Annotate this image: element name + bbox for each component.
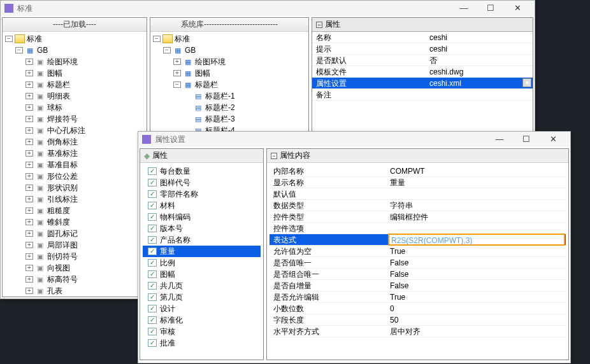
item-icon: ▣	[35, 183, 45, 192]
tree-item[interactable]: +▣粗糙度	[4, 205, 145, 216]
tree-item[interactable]: +▣图幅	[4, 67, 145, 79]
tree-item[interactable]: +▣形位公差	[4, 171, 145, 182]
item-icon: ▣	[35, 115, 45, 123]
dropdown-icon[interactable]: ▾	[522, 78, 531, 87]
prop-row: 默认值	[270, 188, 566, 200]
check-icon: ✓	[148, 167, 157, 175]
attr-item[interactable]: ✓重量	[143, 246, 261, 257]
prop-row: 是否默认否	[312, 55, 533, 66]
attr-item[interactable]: ✓材料	[143, 200, 261, 211]
tree-item[interactable]: −▦标题栏	[152, 79, 307, 90]
maximize-button[interactable]: ☐	[477, 1, 504, 15]
check-icon: ✓	[148, 202, 157, 209]
tree-item[interactable]: +▣形状识别	[4, 182, 145, 193]
attr-item[interactable]: ✓批准	[143, 337, 261, 349]
attr-item[interactable]: ✓图幅	[143, 269, 261, 280]
attr-item[interactable]: ✓每台数量	[143, 165, 261, 177]
prop-row: 小数位数0	[270, 303, 566, 314]
item-icon: ▣	[35, 263, 45, 272]
item-icon: ▣	[35, 126, 45, 135]
prop-row: 允许值为空True	[270, 246, 566, 257]
tree-root[interactable]: −标准	[4, 33, 145, 45]
tree-gb[interactable]: −▦GB	[152, 45, 307, 56]
page-icon: ▤	[193, 115, 203, 123]
attr-item[interactable]: ✓第几页	[143, 291, 261, 303]
attr-list[interactable]: ✓每台数量✓图样代号✓零部件名称✓材料✓物料编码✓版本号✓产品名称✓重量✓比例✓…	[140, 163, 263, 361]
titlebar[interactable]: 标准 — ☐ ✕	[1, 1, 535, 16]
tree-item[interactable]: +▣基准目标	[4, 159, 145, 171]
tree-item[interactable]: +▣中心孔标注	[4, 125, 145, 136]
attr-item[interactable]: ✓版本号	[143, 223, 261, 234]
grid-icon: ▦	[183, 80, 193, 89]
loaded-panel: ----已加载---- −标准 −▦GB +▣绘图环境+▣图幅+▣标题栏+▣明细…	[2, 17, 147, 297]
tree-item[interactable]: +▣标高符号	[4, 274, 145, 285]
check-icon: ✓	[148, 293, 157, 301]
tree-item[interactable]: ▤标题栏-3	[152, 113, 307, 125]
prop-row: 是否允许编辑True	[270, 291, 566, 303]
attr-item[interactable]: ✓共几页	[143, 280, 261, 291]
tree-item[interactable]: +▦绘图环境	[152, 56, 307, 67]
minimize-button[interactable]: —	[450, 1, 477, 15]
close-button[interactable]: ✕	[504, 1, 531, 15]
item-icon: ▣	[35, 172, 45, 181]
tree-root[interactable]: −标准	[152, 33, 307, 45]
item-icon: ▣	[35, 69, 45, 78]
tree-item[interactable]: +▣倒角标注	[4, 136, 145, 148]
tree-item[interactable]: +▣明细表	[4, 90, 145, 102]
tree-item[interactable]: +▣向视图	[4, 262, 145, 274]
tree-item[interactable]: +▣绘图环境	[4, 56, 145, 67]
item-icon: ▣	[35, 137, 45, 146]
tree-item[interactable]: +▣焊接符号	[4, 113, 145, 125]
tree-item[interactable]: +▣基准标注	[4, 148, 145, 159]
prop-row: 名称ceshi	[312, 32, 533, 43]
loaded-tree[interactable]: −标准 −▦GB +▣绘图环境+▣图幅+▣标题栏+▣明细表+▣球标+▣焊接符号+…	[3, 32, 147, 297]
item-icon: ▣	[35, 149, 45, 158]
maximize-button[interactable]: ☐	[513, 132, 540, 146]
window-title: 属性设置	[155, 134, 486, 145]
tree-item[interactable]: +▣局部详图	[4, 239, 145, 251]
item-icon: ▣	[35, 218, 45, 227]
tree-item[interactable]: +▦图幅	[152, 67, 307, 79]
close-button[interactable]: ✕	[540, 132, 566, 146]
tree-item[interactable]: +▣球标	[4, 102, 145, 113]
tree-item[interactable]: +▣引线标注	[4, 193, 145, 205]
check-icon: ✓	[148, 179, 157, 186]
attr-item[interactable]: ✓比例	[143, 257, 261, 269]
tree-item[interactable]: ▤标题栏-2	[152, 102, 307, 113]
attr-item[interactable]: ✓图样代号	[143, 177, 261, 188]
item-icon: ▣	[35, 57, 45, 66]
attr-item[interactable]: ✓物料编码	[143, 211, 261, 223]
page-icon: ▤	[193, 103, 203, 112]
item-icon: ▣	[35, 286, 45, 295]
check-icon: ✓	[148, 270, 157, 278]
syslib-header: 系统库-----------------------------	[150, 18, 308, 32]
item-icon: ▣	[35, 103, 45, 112]
check-icon: ✓	[148, 282, 157, 290]
book-icon: ▦	[25, 46, 35, 55]
tree-item[interactable]: +▣标题栏	[4, 79, 145, 90]
attr-item[interactable]: ✓设计	[143, 303, 261, 314]
tree-gb[interactable]: −▦GB	[4, 45, 145, 56]
minimize-button[interactable]: —	[486, 132, 513, 146]
item-icon: ▣	[35, 80, 45, 89]
check-icon: ✓	[148, 305, 157, 312]
titlebar[interactable]: 属性设置 — ☐ ✕	[138, 132, 570, 147]
tree-item[interactable]: ▤标题栏-1	[152, 90, 307, 102]
check-icon: ✓	[148, 236, 157, 244]
attr-item[interactable]: ✓零部件名称	[143, 188, 261, 200]
attr-item[interactable]: ✓审核	[143, 326, 261, 337]
attr-item[interactable]: ✓产品名称	[143, 234, 261, 246]
tree-item[interactable]: +▣圆孔标记	[4, 228, 145, 239]
prop-row: 显示名称重量	[270, 177, 566, 188]
attr-settings-window: 属性设置 — ☐ ✕ ◆属性 ✓每台数量✓图样代号✓零部件名称✓材料✓物料编码✓…	[138, 131, 571, 363]
tree-item[interactable]: +▣剖切符号	[4, 251, 145, 262]
item-icon: ▣	[35, 160, 45, 169]
item-icon: ▣	[35, 92, 45, 101]
attr-item[interactable]: ✓标准化	[143, 314, 261, 326]
app-icon	[4, 4, 13, 13]
tree-item[interactable]: +▣孔表	[4, 285, 145, 297]
tree-item[interactable]: +▣锥斜度	[4, 216, 145, 228]
prop-row: 是否组合唯一False	[270, 269, 566, 280]
item-icon: ▣	[35, 206, 45, 215]
prop-row-expression: 表达式R2S(S2R(COMPWT),3)	[270, 234, 566, 246]
